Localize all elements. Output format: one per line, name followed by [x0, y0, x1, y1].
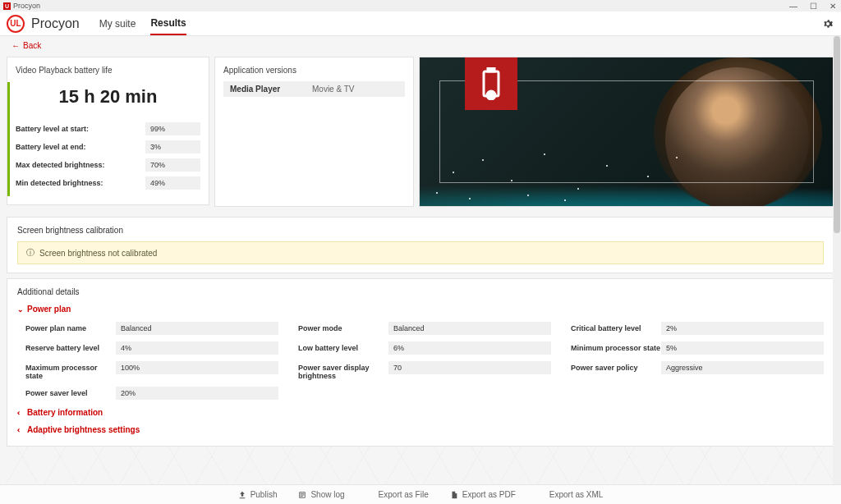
calibration-title: Screen brightness calibration [17, 226, 824, 235]
footer-toolbar: Publish Show log Export as File Export a… [0, 484, 841, 504]
score-row: Max detected brightness:70% [16, 158, 200, 172]
chevron-up-icon: ⌃ [16, 427, 25, 433]
detail-cell: Power saver level20% [25, 387, 278, 400]
score-row-value: 70% [145, 158, 200, 172]
detail-value: 100% [116, 361, 278, 374]
detail-key: Minimum processor state [571, 341, 661, 352]
detail-key: Power saver level [25, 387, 116, 397]
score-row-value: 99% [145, 122, 200, 135]
score-row-value: 49% [145, 176, 200, 190]
tab-results[interactable]: Results [150, 12, 186, 35]
tab-my-suite[interactable]: My suite [99, 13, 136, 34]
detail-key: Power saver display brightness [298, 361, 388, 380]
detail-key: Maximum processor state [25, 361, 116, 380]
detail-key: Reserve battery level [25, 341, 116, 352]
score-row-key: Battery level at start: [16, 125, 145, 133]
detail-cell: Low battery level6% [298, 341, 551, 355]
score-card: Video Playback battery life 15 h 20 min … [7, 57, 209, 205]
score-row-value: 3% [145, 140, 200, 153]
detail-value: 2% [661, 322, 824, 335]
app-version-row: Media Player Movie & TV [223, 81, 405, 97]
app-name: Procyon [31, 16, 80, 31]
detail-value: Balanced [388, 322, 551, 335]
back-arrow-icon: ← [11, 41, 20, 50]
app-icon: U [3, 2, 11, 10]
score-row: Battery level at start:99% [16, 122, 200, 135]
chevron-down-icon: ⌄ [17, 305, 24, 314]
detail-key: Power plan name [25, 322, 116, 332]
export-pdf-button[interactable]: Export as PDF [450, 490, 516, 499]
app-version-value: Movie & TV [312, 85, 355, 94]
detail-key: Power mode [298, 322, 388, 332]
battery-info-toggle[interactable]: ⌃ Battery information [17, 408, 824, 417]
window-titlebar: U Procyon — ☐ ✕ [0, 0, 841, 11]
back-label: Back [23, 41, 41, 50]
details-title: Additional details [17, 287, 824, 296]
back-button[interactable]: ← Back [11, 41, 41, 50]
detail-value: 70 [388, 361, 551, 374]
detail-cell: Minimum processor state5% [571, 341, 824, 355]
close-button[interactable]: ✕ [828, 2, 838, 11]
background-pattern [0, 443, 841, 484]
detail-cell: Power saver policyAggressive [571, 361, 824, 380]
score-row: Battery level at end:3% [16, 140, 200, 153]
svg-point-2 [487, 91, 495, 99]
calibration-warning-text: Screen brightness not calibrated [39, 249, 157, 258]
detail-key: Critical battery level [571, 322, 661, 332]
window-title: Procyon [13, 2, 40, 10]
score-value: 15 h 20 min [16, 86, 200, 108]
export-xml-button[interactable]: Export as XML [537, 490, 604, 499]
detail-key: Low battery level [298, 341, 388, 352]
calibration-card: Screen brightness calibration ⓘ Screen b… [7, 217, 834, 273]
detail-cell: Power saver display brightness70 [298, 361, 551, 380]
export-file-button[interactable]: Export as File [366, 490, 429, 499]
detail-value: 6% [388, 341, 551, 355]
score-row-key: Battery level at end: [16, 143, 145, 151]
score-row-key: Min detected brightness: [16, 179, 145, 187]
score-row: Min detected brightness:49% [16, 176, 200, 190]
additional-details-card: Additional details ⌄ Power plan Power pl… [7, 278, 834, 447]
settings-icon[interactable] [821, 17, 834, 30]
publish-button[interactable]: Publish [238, 490, 278, 499]
scrollbar[interactable] [833, 36, 841, 484]
battery-info-label: Battery information [27, 408, 103, 417]
info-icon: ⓘ [26, 247, 34, 259]
detail-value: 5% [661, 341, 824, 355]
detail-value: 20% [116, 387, 278, 400]
detail-cell: Power modeBalanced [298, 322, 551, 335]
hero-image [419, 57, 834, 207]
show-log-button[interactable]: Show log [298, 490, 344, 499]
detail-value: Aggressive [661, 361, 824, 374]
detail-cell: Critical battery level2% [571, 322, 824, 335]
svg-rect-1 [488, 68, 494, 71]
app-versions-card: Application versions Media Player Movie … [214, 57, 414, 207]
detail-value: 4% [116, 341, 278, 355]
score-title: Video Playback battery life [16, 66, 200, 75]
detail-key: Power saver policy [571, 361, 661, 372]
powerplan-label: Power plan [27, 305, 71, 314]
detail-cell: Maximum processor state100% [25, 361, 278, 380]
ul-logo: UL [7, 15, 25, 33]
app-version-key: Media Player [230, 85, 312, 94]
powerplan-toggle[interactable]: ⌄ Power plan [17, 305, 824, 314]
chevron-up-icon: ⌃ [16, 410, 25, 416]
detail-cell: Power plan nameBalanced [25, 322, 278, 335]
app-versions-title: Application versions [223, 66, 405, 75]
detail-cell: Reserve battery level4% [25, 341, 278, 355]
score-row-key: Max detected brightness: [16, 161, 145, 169]
adaptive-brightness-label: Adaptive brightness settings [27, 425, 140, 434]
calibration-warning: ⓘ Screen brightness not calibrated [17, 241, 824, 264]
detail-value: Balanced [116, 322, 278, 335]
adaptive-brightness-toggle[interactable]: ⌃ Adaptive brightness settings [17, 425, 824, 434]
battery-badge-icon [465, 57, 517, 110]
app-header: UL Procyon My suite Results [0, 11, 841, 36]
minimize-button[interactable]: — [788, 2, 798, 11]
maximize-button[interactable]: ☐ [808, 2, 818, 11]
scrollbar-thumb[interactable] [834, 36, 840, 233]
